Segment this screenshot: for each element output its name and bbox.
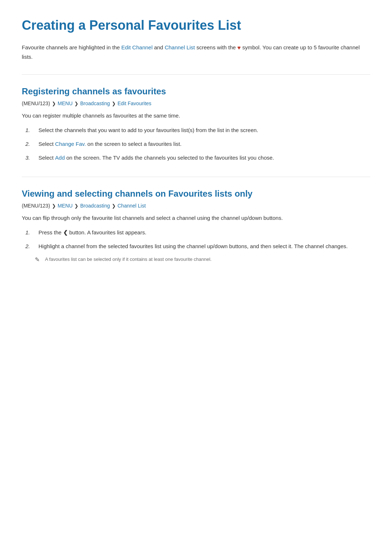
intro-text-before: Favourite channels are highlighted in th…	[22, 44, 121, 50]
step-num-1: 1.	[25, 126, 36, 135]
chevron-left-icon: ❮	[63, 229, 68, 235]
step-item: 2. Highlight a channel from the selected…	[25, 242, 370, 251]
step-text-s2-1: Press the ❮ button. A favourites list ap…	[38, 228, 370, 237]
section-viewing: Viewing and selecting channels on Favour…	[22, 188, 370, 263]
step-text-3: Select Add on the screen. The TV adds th…	[38, 153, 370, 162]
chevron-icon-3: ❯	[112, 101, 116, 106]
chevron-icon-6: ❯	[112, 203, 116, 209]
intro-text-middle: and	[152, 44, 164, 50]
step-text-2: Select Change Fav. on the screen to sele…	[38, 140, 370, 148]
step2-text-after: on the screen to select a favourites lis…	[86, 141, 181, 147]
section2-intro: You can flip through only the favourite …	[22, 214, 370, 222]
breadcrumb-edit-favourites[interactable]: Edit Favourites	[118, 100, 151, 106]
step2-text-before: Select	[38, 141, 55, 147]
note-pencil-icon: ✎	[35, 256, 42, 263]
section2-heading: Viewing and selecting channels on Favour…	[22, 188, 370, 199]
step-num-3: 3.	[25, 153, 36, 162]
step-s2-1-after: button. A favourites list appears.	[68, 229, 147, 235]
section-divider-2	[22, 177, 370, 177]
section2-steps: 1. Press the ❮ button. A favourites list…	[25, 228, 370, 251]
step-num-2: 2.	[25, 140, 36, 148]
step-num-s2-1: 1.	[25, 228, 36, 237]
section1-intro: You can register multiple channels as fa…	[22, 111, 370, 120]
step-text-s2-2: Highlight a channel from the selected fa…	[38, 242, 370, 251]
step-text-1: Select the channels that you want to add…	[38, 126, 370, 135]
channel-list-link[interactable]: Channel List	[165, 44, 195, 50]
breadcrumb-broadcasting-2[interactable]: Broadcasting	[80, 203, 110, 209]
section1-steps: 1. Select the channels that you want to …	[25, 126, 370, 162]
change-fav-link[interactable]: Change Fav.	[55, 141, 86, 147]
chevron-icon-5: ❯	[74, 203, 78, 209]
step-s2-1-before: Press the	[38, 229, 63, 235]
chevron-icon-2: ❯	[74, 101, 78, 106]
step-item: 1. Select the channels that you want to …	[25, 126, 370, 135]
note-text: A favourites list can be selected only i…	[45, 256, 212, 263]
page-title: Creating a Personal Favourites List	[22, 17, 370, 33]
step-item: 3. Select Add on the screen. The TV adds…	[25, 153, 370, 162]
section-registering: Registering channels as favourites (MENU…	[22, 86, 370, 162]
section1-breadcrumb: (MENU/123) ❯ MENU ❯ Broadcasting ❯ Edit …	[22, 100, 370, 106]
breadcrumb-menu-1[interactable]: MENU	[58, 100, 73, 106]
breadcrumb-broadcasting-1[interactable]: Broadcasting	[80, 100, 110, 106]
step-item: 1. Press the ❮ button. A favourites list…	[25, 228, 370, 237]
breadcrumb-menu-2[interactable]: MENU	[58, 203, 73, 209]
breadcrumb-prefix-2: (MENU/123)	[22, 203, 50, 209]
section-divider-1	[22, 74, 370, 75]
chevron-icon-4: ❯	[52, 203, 56, 209]
note-box: ✎ A favourites list can be selected only…	[35, 256, 370, 263]
step-item: 2. Select Change Fav. on the screen to s…	[25, 140, 370, 148]
intro-paragraph: Favourite channels are highlighted in th…	[22, 43, 370, 61]
intro-text-after: screens with the	[195, 44, 236, 50]
section1-heading: Registering channels as favourites	[22, 86, 370, 97]
section2-breadcrumb: (MENU/123) ❯ MENU ❯ Broadcasting ❯ Chann…	[22, 203, 370, 209]
step3-text-before: Select	[38, 155, 55, 161]
edit-channel-link[interactable]: Edit Channel	[121, 44, 152, 50]
breadcrumb-prefix-1: (MENU/123)	[22, 100, 50, 106]
step-num-s2-2: 2.	[25, 242, 36, 251]
step3-text-after: on the screen. The TV adds the channels …	[65, 155, 274, 161]
add-link[interactable]: Add	[55, 155, 65, 161]
breadcrumb-channel-list[interactable]: Channel List	[118, 203, 146, 209]
chevron-icon-1: ❯	[52, 101, 56, 106]
heart-icon: ♥	[237, 43, 241, 53]
